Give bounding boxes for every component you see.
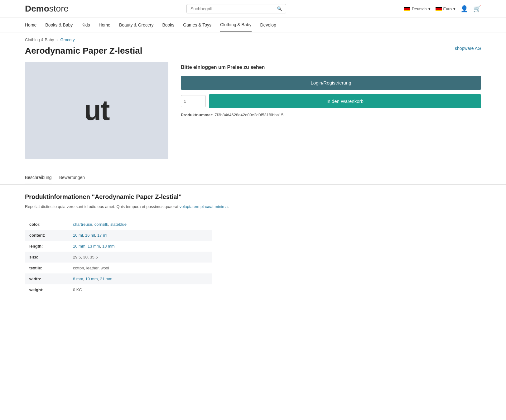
- prop-value: 29,5, 30, 35,5: [69, 252, 212, 263]
- prop-value-link[interactable]: 13 mm: [88, 244, 100, 249]
- product-number-label: Produktnummer:: [181, 113, 214, 117]
- prop-value: cotton, leather, wool: [69, 263, 212, 273]
- nav-item-home2[interactable]: Home: [99, 18, 110, 32]
- add-to-cart-button[interactable]: In den Warenkorb: [209, 94, 481, 108]
- currency-label: Euro: [443, 7, 452, 11]
- prop-value: chartreuse, cornsilk, slateblue: [69, 219, 212, 230]
- prop-value-link[interactable]: 8 mm: [73, 277, 83, 281]
- logo[interactable]: Demostore: [25, 4, 69, 14]
- language-selector[interactable]: Deutsch ▾: [404, 7, 431, 11]
- lang-label: Deutsch: [412, 7, 427, 11]
- brand-link[interactable]: shopware AG: [455, 46, 481, 51]
- search-bar: 🔍: [186, 4, 286, 13]
- prop-value-link[interactable]: 21 mm: [100, 277, 113, 281]
- product-image-text: ut: [84, 94, 109, 127]
- user-icon[interactable]: 👤: [460, 5, 468, 12]
- main-nav: Home Books & Baby Kids Home Beauty & Gro…: [0, 18, 506, 32]
- prop-value-link[interactable]: 10 ml: [73, 233, 83, 238]
- nav-item-beauty-grocery[interactable]: Beauty & Grocery: [119, 18, 154, 32]
- prop-value-link[interactable]: 18 mm: [102, 244, 115, 249]
- product-number: Produktnummer: 7f3b84d4628a42e09e2d0f531…: [181, 113, 481, 117]
- prop-key: content:: [25, 230, 69, 241]
- nav-item-clothing-baby[interactable]: Clothing & Baby: [220, 18, 251, 32]
- prop-key: color:: [25, 219, 69, 230]
- prop-value-link[interactable]: 17 ml: [97, 233, 107, 238]
- product-header: Aerodynamic Paper Z-lestial shopware AG: [0, 45, 506, 62]
- breadcrumb-current: Grocery: [60, 37, 75, 42]
- nav-item-kids[interactable]: Kids: [81, 18, 90, 32]
- nav-item-games-toys[interactable]: Games & Toys: [183, 18, 211, 32]
- nav-item-home[interactable]: Home: [25, 18, 36, 32]
- tab-beschreibung[interactable]: Beschreibung: [25, 171, 52, 184]
- logo-bold: Demo: [25, 4, 49, 13]
- nav-item-books-baby[interactable]: Books & Baby: [45, 18, 73, 32]
- prop-value: 10 ml, 16 ml, 17 ml: [69, 230, 212, 241]
- product-number-value: 7f3b84d4628a42e09e2d0f531f6bba15: [214, 113, 283, 117]
- breadcrumb: Clothing & Baby › Grocery: [0, 32, 506, 45]
- quantity-input[interactable]: [181, 95, 206, 107]
- desc-text-end: .: [228, 204, 229, 209]
- price-notice: Bitte einloggen um Preise zu sehen: [181, 65, 481, 70]
- prop-value: 0 KG: [69, 284, 212, 295]
- prop-value-link[interactable]: 16 ml: [85, 233, 95, 238]
- description-text: Repellat distinctio quia vero sunt id od…: [25, 204, 481, 210]
- nav-item-books[interactable]: Books: [162, 18, 174, 32]
- product-sidebar: Bitte einloggen um Preise zu sehen Login…: [181, 62, 481, 159]
- search-input[interactable]: [190, 6, 277, 11]
- nav-item-develop[interactable]: Develop: [260, 18, 276, 32]
- prop-value-link[interactable]: 10 mm: [73, 244, 85, 249]
- tabs-area: Beschreibung Bewertungen: [0, 171, 506, 185]
- prop-key: width:: [25, 273, 69, 284]
- prop-value-link[interactable]: chartreuse: [73, 222, 92, 227]
- prop-key: size:: [25, 252, 69, 263]
- flag-de: [404, 7, 410, 11]
- currency-dropdown-arrow: ▾: [453, 7, 455, 11]
- prop-key: length:: [25, 241, 69, 252]
- product-body: ut Bitte einloggen um Preise zu sehen Lo…: [0, 62, 506, 171]
- desc-text-start: Repellat distinctio quia vero sunt id od…: [25, 204, 180, 209]
- search-icon[interactable]: 🔍: [277, 6, 282, 11]
- prop-value-link[interactable]: cornsilk: [94, 222, 108, 227]
- prop-value: 8 mm, 19 mm, 21 mm: [69, 273, 212, 284]
- tab-bewertungen[interactable]: Bewertungen: [59, 171, 85, 184]
- quantity-cart-row: In den Warenkorb: [181, 94, 481, 108]
- prop-key: textile:: [25, 263, 69, 273]
- product-image: ut: [25, 62, 168, 159]
- description-section: Produktinformationen "Aerodynamic Paper …: [0, 193, 506, 295]
- cart-icon[interactable]: 🛒: [473, 5, 481, 12]
- header-flag-area: Deutsch ▾ Euro ▾ 👤 🛒: [404, 5, 481, 12]
- prop-value-link[interactable]: 19 mm: [85, 277, 98, 281]
- login-register-button[interactable]: Login/Registrierung: [181, 76, 481, 90]
- prop-value: 10 mm, 13 mm, 18 mm: [69, 241, 212, 252]
- flag-euro: [436, 7, 442, 11]
- prop-key: weight:: [25, 284, 69, 295]
- prop-value-link[interactable]: slateblue: [110, 222, 127, 227]
- description-title: Produktinformationen "Aerodynamic Paper …: [25, 193, 481, 200]
- properties-table: color:chartreuse, cornsilk, slatebluecon…: [25, 219, 212, 295]
- product-title: Aerodynamic Paper Z-lestial: [25, 46, 142, 56]
- lang-dropdown-arrow: ▾: [428, 7, 431, 11]
- breadcrumb-parent[interactable]: Clothing & Baby: [25, 37, 54, 42]
- logo-light: store: [49, 4, 69, 13]
- header-top: Demostore 🔍 Deutsch ▾ Euro ▾ 👤 🛒: [0, 0, 506, 18]
- currency-selector[interactable]: Euro ▾: [436, 7, 455, 11]
- breadcrumb-chevron: ›: [56, 37, 58, 42]
- desc-text-link[interactable]: voluptatem placeat minima: [180, 204, 228, 209]
